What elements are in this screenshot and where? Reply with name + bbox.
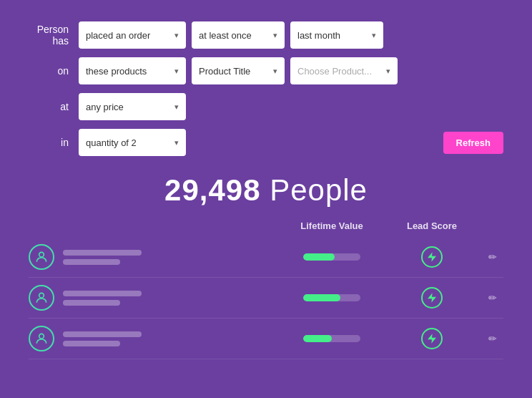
edit-col: ✏ (482, 333, 503, 344)
chevron-down-icon: ▾ (174, 67, 179, 76)
person-name-line (63, 331, 142, 337)
chevron-down-icon: ▾ (273, 67, 277, 76)
chevron-down-icon: ▾ (386, 67, 390, 76)
lifetime-value-cell (282, 294, 382, 301)
table-row: ✏ (29, 278, 503, 319)
these-products-dropdown[interactable]: these products ▾ (79, 57, 186, 84)
placed-order-text: placed an order (86, 30, 170, 41)
svg-point-0 (39, 252, 44, 257)
progress-bar (303, 253, 360, 261)
chevron-down-icon: ▾ (273, 31, 277, 40)
lifetime-value-cell (282, 335, 382, 342)
on-label: on (29, 65, 79, 77)
progress-bar (303, 294, 360, 301)
last-month-dropdown[interactable]: last month ▾ (290, 21, 383, 49)
person-info (63, 331, 282, 346)
main-container: Person has placed an order ▾ at least on… (0, 0, 532, 398)
people-label: People (270, 173, 368, 207)
edit-col: ✏ (482, 251, 503, 263)
chevron-down-icon: ▾ (174, 138, 179, 147)
table-headers: Lifetime Value Lead Score (0, 220, 532, 237)
lead-score-header: Lead Score (382, 220, 482, 231)
person-detail-line (63, 259, 120, 265)
at-least-once-text: at least once (199, 30, 269, 41)
table-row: ✏ (29, 237, 503, 278)
chevron-down-icon: ▾ (174, 31, 179, 40)
lightning-badge (421, 246, 443, 268)
these-products-text: these products (86, 66, 170, 77)
choose-product-dropdown[interactable]: Choose Product... ▾ (290, 57, 398, 84)
chevron-down-icon: ▾ (174, 102, 179, 112)
at-label: at (29, 101, 79, 112)
avatar (29, 326, 54, 351)
lead-score-cell (382, 287, 482, 309)
product-title-dropdown[interactable]: Product Title ▾ (192, 57, 285, 84)
product-title-text: Product Title (199, 66, 269, 77)
person-name-line (63, 291, 142, 296)
person-detail-line (63, 300, 120, 306)
filter-section: Person has placed an order ▾ at least on… (29, 14, 503, 156)
people-count: 29,498 People (164, 173, 368, 207)
edit-icon[interactable]: ✏ (488, 292, 497, 304)
svg-marker-1 (428, 252, 436, 261)
in-label: in (29, 137, 79, 148)
last-month-text: last month (297, 30, 368, 41)
filter-row-4: in quantity of 2 ▾ Refresh (29, 129, 503, 156)
results-section: 29,498 People (29, 173, 503, 208)
refresh-button[interactable]: Refresh (443, 132, 503, 154)
lifetime-value-cell (282, 253, 382, 261)
lifetime-value-header: Lifetime Value (282, 220, 382, 231)
person-rows: ✏ (0, 237, 532, 359)
avatar (29, 244, 54, 270)
avatar (29, 285, 54, 311)
edit-icon[interactable]: ✏ (488, 251, 497, 263)
edit-icon[interactable]: ✏ (488, 333, 497, 344)
at-least-once-dropdown[interactable]: at least once ▾ (192, 21, 285, 49)
person-detail-line (63, 341, 120, 346)
progress-bar-fill (303, 253, 335, 261)
lead-score-cell (382, 328, 482, 349)
placed-order-dropdown[interactable]: placed an order ▾ (79, 21, 186, 49)
svg-point-4 (39, 334, 44, 339)
table-row: ✏ (29, 319, 503, 359)
progress-bar-fill (303, 335, 332, 342)
person-info (63, 250, 282, 265)
person-info (63, 291, 282, 306)
filter-row-1: Person has placed an order ▾ at least on… (29, 21, 503, 49)
lead-score-cell (382, 246, 482, 268)
quantity-dropdown[interactable]: quantity of 2 ▾ (79, 129, 186, 156)
filter-row-2: on these products ▾ Product Title ▾ Choo… (29, 57, 503, 84)
svg-marker-5 (428, 334, 436, 343)
person-has-label: Person has (29, 24, 79, 47)
lightning-badge (421, 287, 443, 309)
svg-point-2 (39, 293, 44, 298)
svg-marker-3 (428, 293, 436, 302)
quantity-text: quantity of 2 (86, 137, 170, 148)
lightning-badge (421, 328, 443, 349)
count-number: 29,498 (164, 173, 260, 207)
chevron-down-icon: ▾ (372, 31, 376, 40)
person-name-line (63, 250, 142, 256)
edit-col: ✏ (482, 292, 503, 304)
any-price-dropdown[interactable]: any price ▾ (79, 93, 186, 120)
progress-bar-fill (303, 294, 340, 301)
progress-bar (303, 335, 360, 342)
any-price-text: any price (86, 102, 170, 112)
choose-product-text: Choose Product... (297, 66, 382, 77)
filter-row-3: at any price ▾ (29, 93, 503, 120)
